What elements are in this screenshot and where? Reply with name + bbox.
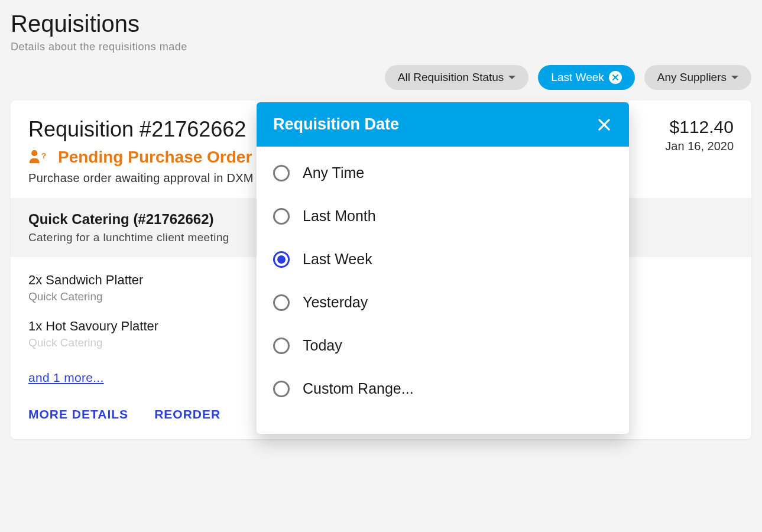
radio-icon (273, 251, 290, 268)
radio-label: Today (303, 337, 342, 354)
radio-option-yesterday[interactable]: Yesterday (273, 281, 612, 324)
radio-option-last-week[interactable]: Last Week (273, 238, 612, 281)
radio-option-last-month[interactable]: Last Month (273, 194, 612, 238)
modal-header: Requisition Date (257, 102, 629, 147)
filter-status-chip[interactable]: All Requisition Status (385, 65, 529, 90)
filter-supplier-label: Any Suppliers (657, 71, 727, 84)
caret-down-icon (508, 76, 515, 79)
filter-bar: All Requisition Status Last Week Any Sup… (11, 65, 751, 90)
radio-icon (273, 208, 290, 225)
filter-supplier-chip[interactable]: Any Suppliers (644, 65, 751, 90)
modal-title: Requisition Date (273, 115, 399, 134)
radio-icon (273, 338, 290, 354)
amount-column: $112.40 Jan 16, 2020 (665, 117, 734, 153)
svg-point-0 (31, 150, 37, 156)
filter-status-label: All Requisition Status (398, 71, 504, 84)
requisition-date-modal: Requisition Date Any Time Last Month Las… (257, 102, 629, 434)
filter-date-label: Last Week (551, 71, 604, 84)
reorder-button[interactable]: REORDER (154, 407, 221, 421)
svg-text:?: ? (41, 151, 46, 160)
radio-label: Yesterday (303, 294, 368, 311)
radio-icon (273, 294, 290, 311)
radio-option-today[interactable]: Today (273, 324, 612, 367)
amount-value: $112.40 (665, 117, 734, 137)
close-button[interactable] (596, 116, 612, 133)
page-title: Requisitions (11, 11, 751, 37)
caret-down-icon (731, 76, 738, 79)
radio-label: Last Week (303, 251, 372, 268)
radio-label: Last Month (303, 207, 376, 225)
modal-body: Any Time Last Month Last Week Yesterday … (257, 147, 629, 434)
more-items-link[interactable]: and 1 more... (28, 371, 104, 385)
radio-label: Any Time (303, 164, 364, 181)
radio-icon (273, 165, 290, 181)
close-icon (596, 116, 612, 133)
radio-option-any-time[interactable]: Any Time (273, 164, 612, 194)
pending-approval-icon: ? (28, 149, 48, 166)
radio-label: Custom Range... (303, 380, 414, 397)
filter-date-chip[interactable]: Last Week (538, 65, 634, 90)
amount-date: Jan 16, 2020 (665, 140, 734, 153)
page-subtitle: Details about the requisitions made (11, 41, 751, 53)
more-details-button[interactable]: MORE DETAILS (28, 407, 128, 421)
radio-option-custom-range[interactable]: Custom Range... (273, 367, 612, 410)
clear-filter-icon[interactable] (609, 71, 622, 84)
radio-icon (273, 381, 290, 397)
